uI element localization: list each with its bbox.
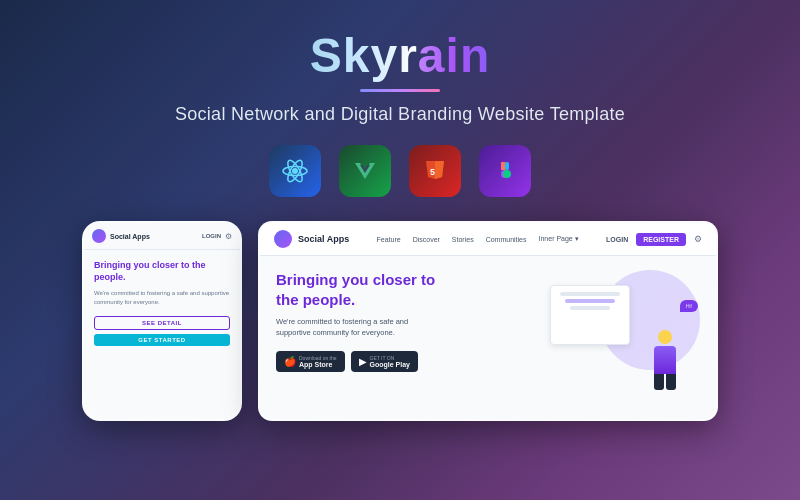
desktop-nav-right: LOGIN REGISTER ⚙: [606, 233, 702, 246]
mobile-nav: Social Apps LOGIN ⚙: [84, 223, 240, 250]
nav-discover[interactable]: Discover: [413, 236, 440, 243]
tech-icons-row: 5: [269, 145, 531, 197]
desktop-gear-icon: ⚙: [694, 234, 702, 244]
google-play-btn[interactable]: ▶ GET IT ON Google Play: [351, 351, 418, 372]
header-section: Skyrain Social Network and Digital Brand…: [0, 0, 800, 221]
nav-feature[interactable]: Feature: [377, 236, 401, 243]
desktop-text-section: Bringing you closer tothe people. We're …: [276, 270, 528, 390]
desktop-nav: Social Apps Feature Discover Stories Com…: [260, 223, 716, 256]
mobile-desc: We're committed to fostering a safe and …: [94, 289, 230, 306]
brand-sky: Skyr: [310, 29, 418, 82]
svg-text:5: 5: [430, 167, 435, 177]
mobile-heading: Bringing you closer to the people.: [94, 260, 230, 283]
desktop-app-name: Social Apps: [298, 234, 349, 244]
person-leg-left: [654, 374, 664, 390]
mobile-content: Bringing you closer to the people. We're…: [84, 250, 240, 356]
app-store-btn[interactable]: 🍎 Download on the App Store: [276, 351, 345, 372]
desktop-logo-icon: [274, 230, 292, 248]
desktop-register-btn[interactable]: REGISTER: [636, 233, 686, 246]
desktop-login-btn[interactable]: LOGIN: [606, 236, 628, 243]
desktop-store-buttons: 🍎 Download on the App Store ▶ GET IT ON …: [276, 351, 528, 372]
desktop-desc: We're committed to fostering a safe ands…: [276, 316, 528, 339]
svg-rect-9: [501, 162, 505, 170]
desktop-nav-center: Feature Discover Stories Communities Inn…: [377, 235, 579, 243]
mobile-gear-icon: ⚙: [225, 232, 232, 241]
illus-bar-3: [570, 306, 610, 310]
illus-screen: [550, 285, 630, 345]
mobile-nav-right: LOGIN ⚙: [202, 232, 232, 241]
svg-rect-10: [505, 162, 509, 170]
person-leg-right: [666, 374, 676, 390]
figma-icon: [479, 145, 531, 197]
svg-point-11: [503, 170, 511, 178]
desktop-nav-left: Social Apps: [274, 230, 349, 248]
nav-inner-page[interactable]: Inner Page ▾: [539, 235, 579, 243]
vue-icon: [339, 145, 391, 197]
brand-rain: ain: [418, 29, 490, 82]
desktop-mockup: Social Apps Feature Discover Stories Com…: [258, 221, 718, 421]
illus-person: [650, 330, 680, 390]
brand-title: Skyrain: [310, 28, 490, 83]
apple-icon: 🍎: [284, 356, 296, 367]
subtitle: Social Network and Digital Branding Webs…: [175, 104, 625, 125]
chat-bubble: Hi!: [680, 300, 698, 312]
google-play-bottom: Google Play: [370, 361, 410, 368]
illus-bar-1: [560, 292, 620, 296]
desktop-illustration: Hi!: [540, 270, 700, 390]
react-icon: [269, 145, 321, 197]
mobile-mockup: Social Apps LOGIN ⚙ Bringing you closer …: [82, 221, 242, 421]
mockups-section: Social Apps LOGIN ⚙ Bringing you closer …: [0, 221, 800, 421]
mobile-see-detail-btn[interactable]: SEE DETAIL: [94, 316, 230, 330]
app-store-bottom: App Store: [299, 361, 337, 368]
mobile-app-name: Social Apps: [110, 233, 150, 240]
person-body: [654, 346, 676, 374]
google-play-text: GET IT ON Google Play: [370, 355, 410, 368]
illus-bar-2: [565, 299, 615, 303]
html5-icon: 5: [409, 145, 461, 197]
mobile-logo: [92, 229, 106, 243]
google-play-icon: ▶: [359, 356, 367, 367]
nav-stories[interactable]: Stories: [452, 236, 474, 243]
desktop-content: Bringing you closer tothe people. We're …: [260, 256, 716, 404]
mobile-get-started-btn[interactable]: GET STARTED: [94, 334, 230, 346]
mobile-login[interactable]: LOGIN: [202, 233, 221, 239]
nav-communities[interactable]: Communities: [486, 236, 527, 243]
app-store-text: Download on the App Store: [299, 355, 337, 368]
desktop-heading: Bringing you closer tothe people.: [276, 270, 528, 309]
person-legs: [654, 374, 676, 390]
mobile-nav-left: Social Apps: [92, 229, 150, 243]
svg-point-0: [292, 168, 298, 174]
brand-underline: [360, 89, 440, 92]
person-head: [658, 330, 672, 344]
